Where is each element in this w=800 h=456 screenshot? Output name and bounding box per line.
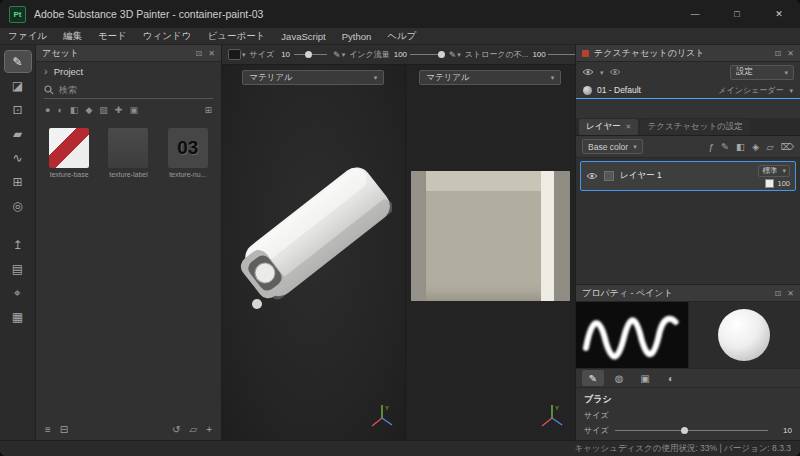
list-view-icon[interactable]: ≡ <box>45 424 51 435</box>
camera-settings-button[interactable]: ⌖ <box>5 282 31 303</box>
tab-alpha[interactable]: ◍ <box>608 370 630 386</box>
menu-javascript[interactable]: JavaScript <box>273 31 333 42</box>
clone-tool-button[interactable]: ⊞ <box>5 171 31 192</box>
uv-region-left <box>411 171 426 301</box>
folder-icon[interactable]: ▱ <box>189 424 197 435</box>
layer-row-selected[interactable]: レイヤー 1 標準 ▾ 100 <box>580 161 796 191</box>
minimize-button[interactable]: — <box>674 0 716 28</box>
eye-icon[interactable] <box>582 68 594 76</box>
flow-slider[interactable] <box>410 50 443 59</box>
search-input[interactable] <box>59 85 213 95</box>
add-asset-button[interactable]: + <box>206 424 212 435</box>
export-icon: ↥ <box>12 238 22 252</box>
status-text: キャッシュディスクの使用状況: 33% | バージョン: 8.3.3 <box>574 443 791 455</box>
asset-thumbnail-grid: texture-base texture-label 03 texture-nu… <box>36 121 221 185</box>
panel-close-icon[interactable]: ✕ <box>787 289 794 298</box>
refresh-icon[interactable]: ↺ <box>172 424 180 435</box>
properties-panel-title: プロパティ - ペイント <box>582 287 775 300</box>
viewport-3d[interactable]: マテリアル ▾ <box>222 65 406 440</box>
menu-edit[interactable]: 編集 <box>55 30 90 43</box>
layer-visibility-eye-icon[interactable] <box>586 172 598 180</box>
status-bar: キャッシュディスクの使用状況: 33% | バージョン: 8.3.3 <box>0 440 800 456</box>
asset-texture-number[interactable]: 03 texture-nu... <box>161 128 215 178</box>
tab-texture-set-settings[interactable]: テクスチャセットの設定 <box>640 119 749 135</box>
camera-icon: ⌖ <box>14 286 21 300</box>
add-paint-layer-icon[interactable]: ✎ <box>721 141 729 152</box>
export-button[interactable]: ↥ <box>5 234 31 255</box>
filter-brushes-icon[interactable]: ✚ <box>115 105 123 115</box>
grid-view-icon[interactable]: ⊞ <box>204 105 212 115</box>
texture-set-thumbnail <box>583 86 592 95</box>
size-slider[interactable] <box>294 50 327 59</box>
chevron-down-icon: ▾ <box>242 51 246 58</box>
close-button[interactable]: ✕ <box>758 0 800 28</box>
layer-opacity-value[interactable]: 100 <box>777 179 790 188</box>
menu-mode[interactable]: モード <box>90 30 135 43</box>
project-group-row[interactable]: › Project <box>36 62 221 81</box>
tab-brush[interactable]: ✎ <box>582 370 604 386</box>
view-mode-dropdown-2d[interactable]: マテリアル ▾ <box>419 70 561 85</box>
filter-all-icon[interactable]: ● <box>45 105 50 115</box>
asset-label: texture-label <box>109 171 148 178</box>
menu-window[interactable]: ウィンドウ <box>135 30 200 43</box>
filter-textures-icon[interactable]: ▧ <box>99 105 108 115</box>
brush-size-slider[interactable] <box>615 426 768 435</box>
polygon-fill-tool-button[interactable]: ▰ <box>5 123 31 144</box>
paint-tool-button[interactable]: ✎ <box>5 51 31 72</box>
material-picker-tool-button[interactable]: ◎ <box>5 195 31 216</box>
asset-texture-base[interactable]: texture-base <box>42 128 96 178</box>
channel-label: Base color <box>588 142 628 152</box>
add-effect-icon[interactable]: ƒ <box>709 141 714 152</box>
brush-size-value[interactable]: 10 <box>774 426 792 435</box>
texture-set-row[interactable]: 01 - Default メインシェーダー ▾ <box>576 82 800 99</box>
filter-smart-masks-icon[interactable]: ◆ <box>85 105 92 115</box>
panel-float-icon[interactable]: ⊡ <box>775 49 782 58</box>
menu-help[interactable]: ヘルプ <box>379 30 424 43</box>
add-group-icon[interactable]: ▱ <box>766 141 773 152</box>
flow-pen-selector[interactable]: ✎▾ <box>333 50 345 60</box>
asset-texture-label[interactable]: texture-label <box>101 128 155 178</box>
projection-tool-button[interactable]: ⊡ <box>5 99 31 120</box>
menu-viewport[interactable]: ビューポート <box>199 30 273 43</box>
eraser-tool-button[interactable]: ◪ <box>5 75 31 96</box>
view-mode-dropdown-3d[interactable]: マテリアル ▾ <box>242 70 384 85</box>
blend-mode-dropdown[interactable]: 標準 ▾ <box>758 165 790 177</box>
add-smart-material-icon[interactable]: ◈ <box>752 141 759 152</box>
axis-gizmo-3d[interactable]: Y <box>367 402 397 432</box>
menu-file[interactable]: ファイル <box>0 30 55 43</box>
filter-materials-icon[interactable]: ◐ <box>57 105 62 115</box>
texture-set-settings-dropdown[interactable]: 設定 ▾ <box>730 65 794 80</box>
brush-preset-selector[interactable]: ▾ <box>228 49 246 60</box>
tab-close-icon[interactable]: ✕ <box>626 123 632 131</box>
maximize-button[interactable]: □ <box>716 0 758 28</box>
container-3d-model <box>232 141 392 341</box>
brush-stroke-preview <box>576 302 688 368</box>
filter-smart-materials-icon[interactable]: ◧ <box>70 105 79 115</box>
add-fill-layer-icon[interactable]: ◧ <box>736 141 745 152</box>
panel-close-icon[interactable]: ✕ <box>208 49 215 58</box>
texture-number-text: 03 <box>177 137 198 159</box>
texture-label-thumbnail <box>108 128 148 168</box>
smudge-tool-button[interactable]: ∿ <box>5 147 31 168</box>
tab-material[interactable]: ◐ <box>660 370 682 386</box>
display-settings-button[interactable]: ▤ <box>5 258 31 279</box>
texture-set-name: 01 - Default <box>597 85 713 95</box>
uv-region-highlight <box>541 171 554 301</box>
menu-python[interactable]: Python <box>334 31 380 42</box>
eye-secondary-icon[interactable] <box>609 68 621 76</box>
panel-close-icon[interactable]: ✕ <box>787 49 794 58</box>
panel-float-icon[interactable]: ⊡ <box>196 49 203 58</box>
delete-layer-icon[interactable]: ⌦ <box>781 141 794 152</box>
panel-float-icon[interactable]: ⊡ <box>775 289 782 298</box>
viewport-2d[interactable]: マテリアル ▾ Y <box>406 65 575 440</box>
tab-layers[interactable]: レイヤー ✕ <box>579 119 638 135</box>
tab-stencil[interactable]: ▣ <box>634 370 656 386</box>
opacity-pen-selector[interactable]: ✎▾ <box>449 50 461 60</box>
filter-alphas-icon[interactable]: ▣ <box>129 105 138 115</box>
shelf-button[interactable]: ▦ <box>5 306 31 327</box>
texture-set-panel-header: テクスチャセットのリスト ⊡ ✕ <box>576 45 800 62</box>
stroke-opacity-slider[interactable] <box>548 50 575 59</box>
axis-gizmo-2d[interactable]: Y <box>537 402 567 432</box>
detail-view-icon[interactable]: ⊟ <box>60 424 68 435</box>
channel-dropdown[interactable]: Base color ▾ <box>582 139 643 154</box>
